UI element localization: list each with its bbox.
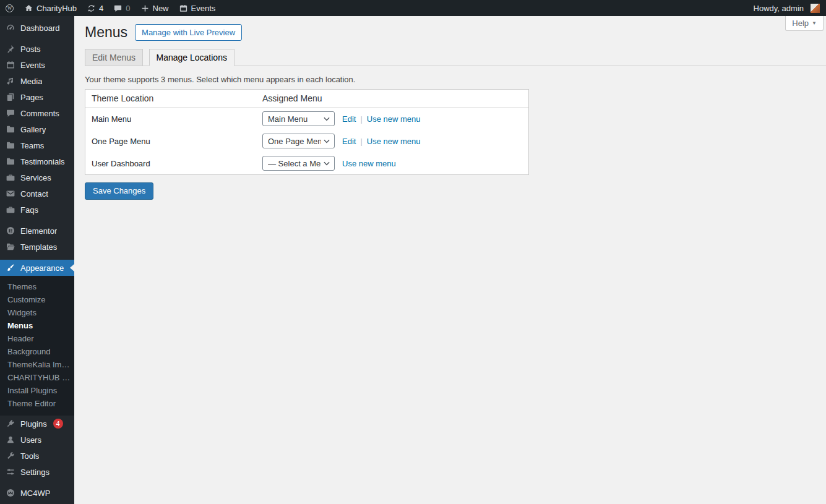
wp-logo-menu[interactable]: W: [0, 0, 19, 16]
help-label: Help: [792, 19, 809, 28]
sidebar-item-templates[interactable]: Templates: [0, 239, 74, 255]
selected-menu-value: One Page Menu: [268, 137, 321, 146]
submenu-item-customize[interactable]: Customize: [0, 293, 74, 306]
sidebar-item-mc4wp[interactable]: MC4WP: [0, 485, 74, 501]
sidebar-item-elementor[interactable]: Elementor: [0, 223, 74, 239]
edit-menu-link[interactable]: Edit: [342, 114, 356, 124]
help-button[interactable]: Help ▼: [785, 16, 824, 31]
sidebar-item-teams[interactable]: Teams: [0, 137, 74, 153]
comments-link[interactable]: 0: [108, 0, 135, 16]
plus-icon: [140, 4, 150, 13]
updates-link[interactable]: 4: [82, 0, 108, 16]
sidebar-item-label: Users: [20, 435, 41, 445]
use-new-menu-link[interactable]: Use new menu: [367, 137, 421, 146]
page-title: Menus: [85, 23, 127, 41]
sidebar-item-faqs[interactable]: Faqs: [0, 202, 74, 218]
edit-menu-link[interactable]: Edit: [342, 137, 356, 146]
user-icon: [6, 435, 15, 445]
tab-manage-locations[interactable]: Manage Locations: [149, 49, 234, 66]
sidebar-item-media[interactable]: Media: [0, 73, 74, 89]
sidebar-item-testimonials[interactable]: Testimonials: [0, 153, 74, 169]
site-name-label: CharityHub: [37, 4, 77, 13]
paintbrush-icon: [6, 263, 15, 273]
sidebar-separator: [0, 480, 74, 485]
submenu-item-header[interactable]: Header: [0, 332, 74, 345]
submenu-item-themekalia-import[interactable]: ThemeKalia Import: [0, 358, 74, 371]
sidebar-item-label: Comments: [20, 109, 59, 118]
calendar-icon: [179, 4, 188, 13]
calendar-icon: [6, 60, 15, 70]
manage-live-preview-button[interactable]: Manage with Live Preview: [135, 24, 242, 41]
use-new-menu-link[interactable]: Use new menu: [342, 159, 396, 168]
sidebar-item-tools[interactable]: Tools: [0, 448, 74, 464]
sidebar-item-plugins[interactable]: Plugins 4: [0, 416, 74, 432]
sidebar-item-contact[interactable]: Contact: [0, 186, 74, 202]
comment-count: 0: [126, 4, 130, 13]
selected-menu-value: Main Menu: [268, 114, 308, 124]
selected-menu-value: — Select a Menu —: [268, 159, 321, 168]
sidebar-item-gallery[interactable]: Gallery: [0, 121, 74, 137]
folder-media-icon: [6, 124, 15, 134]
link-separator: |: [360, 137, 362, 146]
page-header: Menus Manage with Live Preview: [85, 16, 826, 41]
submenu-item-install-plugins[interactable]: Install Plugins: [0, 384, 74, 397]
submenu-item-charityhub-options[interactable]: CHARITYHUB Options: [0, 371, 74, 384]
folder-media-icon: [6, 156, 15, 166]
sidebar-item-pages[interactable]: Pages: [0, 89, 74, 105]
sidebar-item-label: Elementor: [20, 226, 57, 236]
sidebar-item-dashboard[interactable]: Dashboard: [0, 20, 74, 36]
submenu-item-menus[interactable]: Menus: [0, 319, 74, 332]
new-label: New: [153, 4, 169, 13]
comment-bubble-icon: [113, 4, 123, 13]
submenu-item-themes[interactable]: Themes: [0, 280, 74, 293]
new-content-link[interactable]: New: [136, 0, 174, 16]
svg-text:W: W: [7, 6, 12, 11]
plugins-update-badge: 4: [53, 419, 63, 429]
sidebar-item-label: Faqs: [20, 205, 38, 215]
briefcase-icon: [6, 173, 15, 182]
site-name-link[interactable]: CharityHub: [19, 0, 82, 16]
comment-bubble-icon: [6, 108, 15, 118]
avatar: [811, 4, 820, 13]
submenu-item-widgets[interactable]: Widgets: [0, 306, 74, 319]
sidebar-item-settings[interactable]: Settings: [0, 464, 74, 480]
sidebar-separator: [0, 36, 74, 41]
folder-media-icon: [6, 140, 15, 150]
chevron-down-icon: [324, 117, 330, 121]
sidebar-item-charitable[interactable]: Charitable: [0, 501, 74, 504]
save-changes-button[interactable]: Save Changes: [85, 182, 153, 200]
assigned-menu-select[interactable]: — Select a Menu —: [262, 156, 335, 171]
submenu-item-background[interactable]: Background: [0, 345, 74, 358]
table-row: Main Menu Main Menu: [85, 108, 528, 130]
sidebar-item-label: Teams: [20, 141, 44, 150]
theme-menus-description: Your theme supports 3 menus. Select whic…: [85, 75, 826, 84]
sidebar-item-events[interactable]: Events: [0, 57, 74, 73]
tab-edit-menus[interactable]: Edit Menus: [85, 49, 143, 66]
sidebar-item-appearance[interactable]: Appearance: [0, 260, 74, 276]
sidebar-item-services[interactable]: Services: [0, 169, 74, 186]
howdy-menu[interactable]: Howdy, admin: [749, 0, 825, 16]
media-icon: [6, 76, 15, 86]
admin-bar: W CharityHub 4 0 New: [0, 0, 826, 16]
sidebar-separator: [0, 218, 74, 223]
sidebar-item-label: Testimonials: [20, 157, 65, 166]
submenu-item-theme-editor[interactable]: Theme Editor: [0, 397, 74, 410]
sliders-icon: [6, 467, 15, 477]
dashboard-icon: [6, 23, 15, 33]
menu-locations-card: Theme Location Assigned Menu Main Menu M…: [85, 89, 529, 175]
use-new-menu-link[interactable]: Use new menu: [367, 114, 421, 124]
sidebar-item-comments[interactable]: Comments: [0, 105, 74, 121]
assigned-menu-select[interactable]: One Page Menu: [262, 134, 335, 148]
wrench-icon: [6, 451, 15, 461]
sidebar-item-label: Events: [20, 61, 45, 70]
adminbar-events-link[interactable]: Events: [174, 0, 221, 16]
sidebar-item-label: Contact: [20, 189, 48, 199]
sidebar-item-label: Settings: [20, 468, 49, 477]
link-separator: |: [360, 114, 362, 124]
location-label: One Page Menu: [85, 130, 256, 152]
sidebar-item-users[interactable]: Users: [0, 432, 74, 448]
appearance-submenu: Themes Customize Widgets Menus Header Ba…: [0, 276, 74, 416]
location-label: User Dashboard: [85, 152, 256, 174]
assigned-menu-select[interactable]: Main Menu: [262, 111, 335, 126]
sidebar-item-posts[interactable]: Posts: [0, 41, 74, 57]
